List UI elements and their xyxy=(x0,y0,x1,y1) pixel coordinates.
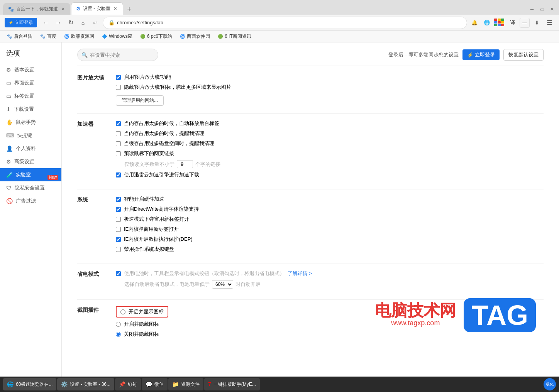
tab-1[interactable]: 🐾 百度一下，你就知道 ✕ xyxy=(3,3,70,15)
image-zoom-enable: 启用'图片放大镜'功能 xyxy=(116,74,544,81)
new-badge: New xyxy=(47,175,58,180)
screenshot-radio-3[interactable] xyxy=(116,332,121,337)
acc-cb-5[interactable] xyxy=(116,172,121,177)
bookmark-back[interactable]: 🐾 后台登陆 xyxy=(5,32,35,41)
taskbar-item-plugin[interactable]: 7 一键排版助手(MyE... xyxy=(204,378,260,390)
profile-icon: 👤 xyxy=(6,145,13,152)
wechat-icon: 💬 xyxy=(146,381,152,387)
acc-opt-1: 当内存占用太多的时候，自动释放后台标签 xyxy=(116,120,544,127)
sidebar-item-advanced[interactable]: ⚙ 高级设置 xyxy=(0,155,61,168)
sidebar-item-interface[interactable]: ▭ 界面设置 xyxy=(0,76,61,90)
power-save-section: 省电模式 使用电池时，工具栏显示省电模式按钮（取消勾选时，将退出省电模式） 了解… xyxy=(77,270,544,292)
screenshot-label: 截图插件 xyxy=(77,306,116,341)
power-save-cb[interactable] xyxy=(116,271,121,276)
url-bar[interactable]: 🔒 chrome://settings/lab xyxy=(103,17,467,29)
forward-btn[interactable]: → xyxy=(53,18,63,28)
privacy-icon: 🛡 xyxy=(6,185,12,191)
login-btn-label: 立即登录 xyxy=(475,51,495,58)
acc-cb-1[interactable] xyxy=(116,121,121,126)
taskbar-item-wechat[interactable]: 💬 微信 xyxy=(142,378,168,390)
address-bar: ⚡ 立即登录 ← → ↻ ⌂ ↩ 🔒 chrome://settings/lab… xyxy=(0,15,559,31)
sidebar-item-tabs[interactable]: ▭ 标签设置 xyxy=(0,90,61,103)
tab-2-close[interactable]: ✕ xyxy=(113,6,118,12)
sys-cb-2[interactable] xyxy=(116,207,121,212)
sys-opt-6: 禁用操作系统虚拟键盘 xyxy=(116,246,544,253)
apps-icon[interactable] xyxy=(494,19,505,27)
login-button[interactable]: ⚡ 立即登录 xyxy=(462,49,500,60)
search-input[interactable] xyxy=(90,52,154,58)
undo-btn[interactable]: ↩ xyxy=(90,18,100,28)
sidebar-item-profile[interactable]: 👤 个人资料 xyxy=(0,142,61,155)
image-zoom-hide-label: 隐藏'图片放大镜'图标，腾出更多区域来显示图片 xyxy=(124,84,231,91)
restore-defaults-button[interactable]: 恢复默认设置 xyxy=(503,49,544,61)
tab-2[interactable]: ⚙ 设置 - 实验室 ✕ xyxy=(71,2,123,15)
image-zoom-hide-cb[interactable] xyxy=(116,85,121,90)
back-btn[interactable]: ← xyxy=(41,18,51,28)
taskbar-right-area: 极化 xyxy=(544,378,556,390)
translate-btn[interactable]: 译 xyxy=(507,18,517,28)
sidebar-item-adfilter[interactable]: 🚫 广告过滤 xyxy=(0,194,61,208)
bookmark-pc6[interactable]: 🟢 6 pc6下载站 xyxy=(138,32,174,41)
close-window-btn[interactable]: ✕ xyxy=(548,5,556,13)
bookmark-baidu[interactable]: 🐾 百度 xyxy=(38,32,59,41)
download-btn[interactable]: ⬇ xyxy=(532,18,542,28)
sys-cb-6[interactable] xyxy=(116,247,121,252)
bookmark-xixi[interactable]: 🌀 西西软件园 xyxy=(178,32,212,41)
screenshot-radio-1[interactable] xyxy=(120,309,125,314)
taskbar-item-browser[interactable]: 🌐 60极速浏览器在... xyxy=(3,378,56,390)
sidebar-item-download[interactable]: ⬇ 下载设置 xyxy=(0,103,61,116)
translate-icon[interactable]: 🌐 xyxy=(482,18,492,28)
taskbar-end-icon[interactable]: 极化 xyxy=(544,378,556,390)
sidebar-item-mouse[interactable]: ✋ 鼠标手势 xyxy=(0,116,61,129)
screenshot-section: 截图插件 开启并显示图标 开启并隐藏图标 关闭并隐藏图标 xyxy=(77,306,544,341)
screenshot-radio-2[interactable] xyxy=(116,322,121,327)
refresh-btn[interactable]: ↻ xyxy=(66,18,76,28)
advanced-icon: ⚙ xyxy=(6,159,11,165)
sys-cb-5[interactable] xyxy=(116,237,121,242)
sys-opt-2: 开启DirectWrite高清字体渲染支持 xyxy=(116,206,544,213)
sidebar-item-lab[interactable]: 🧪 实验室 New xyxy=(0,168,61,181)
bookmark-windows[interactable]: 🔷 Windows应 xyxy=(100,32,135,41)
min-chars-input[interactable] xyxy=(177,160,193,168)
new-tab-button[interactable]: + xyxy=(124,4,135,15)
acc-cb-3[interactable] xyxy=(116,141,121,146)
sidebar-item-basic[interactable]: ⚙ 基本设置 xyxy=(0,63,61,76)
menu-btn[interactable]: ☰ xyxy=(544,18,554,28)
acc-inline: 仅预读文字数量不小于 个字的链接 xyxy=(124,160,544,168)
browser-taskbar-icon: 🌐 xyxy=(7,381,14,387)
image-zoom-enable-cb[interactable] xyxy=(116,75,121,80)
home-btn[interactable]: ⌂ xyxy=(78,18,88,28)
taskbar-item-settings[interactable]: ⚙️ 设置 - 实验室 - 36... xyxy=(57,378,114,390)
sys-cb-4[interactable] xyxy=(116,227,121,232)
top-login-label: 立即登录 xyxy=(15,19,33,26)
sidebar-item-privacy[interactable]: 🛡 隐私安全设置 xyxy=(0,181,61,194)
bookmark-it[interactable]: 🟢 6 IT新闻资讯 xyxy=(215,32,254,41)
tab-bar-controls: ─ ▭ ✕ xyxy=(528,5,556,15)
taskbar-item-files[interactable]: 📁 资源文件 xyxy=(168,378,203,390)
screenshot-opt-3: 关闭并隐藏图标 xyxy=(116,331,544,338)
minimize-btn[interactable]: ─ xyxy=(528,5,536,13)
sys-opt-1: 智能开启硬件加速 xyxy=(116,196,544,203)
bookmark-oufei[interactable]: 🌀 欧菲资源网 xyxy=(62,32,97,41)
power-save-link[interactable]: 了解详情 > xyxy=(288,270,312,277)
url-text: chrome://settings/lab xyxy=(117,20,163,25)
image-zoom-options: 启用'图片放大镜'功能 隐藏'图片放大镜'图标，腾出更多区域来显示图片 管理启用… xyxy=(116,74,544,106)
screenshot-opt-2: 开启并隐藏图标 xyxy=(116,321,544,328)
sidebar-item-shortcuts[interactable]: ⌨ 快捷键 xyxy=(0,129,61,142)
manage-sites-button[interactable]: 管理启用的网站... xyxy=(116,95,164,106)
acc-cb-2[interactable] xyxy=(116,131,121,136)
sys-cb-1[interactable] xyxy=(116,197,121,202)
restore-window-btn[interactable]: ▭ xyxy=(538,5,546,13)
acc-cb-4[interactable] xyxy=(116,151,121,156)
tab-1-close[interactable]: ✕ xyxy=(60,6,66,12)
bookmarks-bar: 🐾 后台登陆 🐾 百度 🌀 欧菲资源网 🔷 Windows应 🟢 6 pc6下载… xyxy=(0,31,559,42)
minus-btn[interactable]: ─ xyxy=(520,18,530,28)
settings-header: 🔍 登录后，即可多端同步您的设置 ⚡ 立即登录 恢复默认设置 xyxy=(77,49,544,66)
search-bar[interactable]: 🔍 xyxy=(77,49,158,61)
extension-icon-1[interactable]: 🔔 xyxy=(469,18,479,28)
taskbar-item-dingtalk[interactable]: 📌 钉钉 xyxy=(115,378,141,390)
sys-cb-3[interactable] xyxy=(116,217,121,222)
power-threshold-select[interactable]: 60% 40% 80% xyxy=(212,280,233,289)
accelerator-options: 当内存占用太多的时候，自动释放后台标签 当内存占用太多的时候，提醒我清理 当缓存… xyxy=(116,120,544,181)
top-login-btn[interactable]: ⚡ 立即登录 xyxy=(5,18,37,27)
